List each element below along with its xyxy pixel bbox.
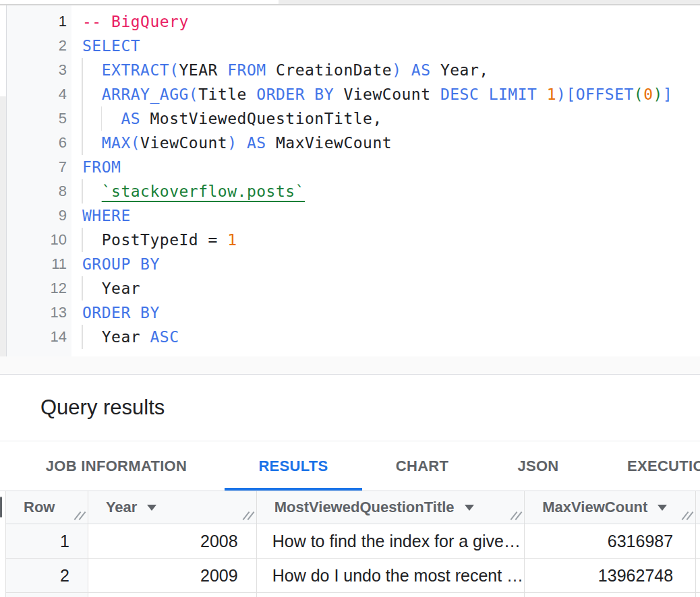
code-line-7[interactable]: FROM <box>71 155 700 179</box>
line-number: 12 <box>7 276 71 301</box>
table-cell: 2009 <box>88 559 257 592</box>
code-token: -- BigQuery <box>82 13 189 30</box>
column-resize-handle-icon[interactable] <box>680 511 694 522</box>
sort-arrow-icon[interactable] <box>465 505 474 511</box>
column-header-mostviewedquestiontitle[interactable]: MostViewedQuestionTitle <box>257 491 525 524</box>
editor-gutter: 1234567891011121314 <box>7 5 71 356</box>
sort-arrow-icon[interactable] <box>147 505 156 511</box>
code-token: FROM <box>227 61 276 79</box>
sort-arrow-icon[interactable] <box>658 505 667 511</box>
code-line-2[interactable]: SELECT <box>71 34 700 58</box>
indent-guide <box>82 58 83 82</box>
code-line-12[interactable]: Year <box>71 276 700 301</box>
code-line-4[interactable]: ARRAY_AGG(Title ORDER BY ViewCount DESC … <box>71 82 700 106</box>
code-token: `stackoverflow.posts` <box>102 183 305 200</box>
table-scrollbar-thumb[interactable] <box>0 497 2 517</box>
code-token: ) <box>653 86 663 103</box>
code-line-8[interactable]: `stackoverflow.posts` <box>71 179 700 203</box>
column-header-label: MostViewedQuestionTitle <box>274 499 455 516</box>
line-number: 4 <box>7 82 71 106</box>
tab-job-information[interactable]: JOB INFORMATION <box>24 441 208 491</box>
code-token: ORDER BY <box>256 86 343 103</box>
column-resize-handle-icon[interactable] <box>73 511 86 522</box>
table-row-partial <box>5 593 700 597</box>
indent-guide <box>82 179 83 203</box>
column-header-label: Row <box>24 499 55 516</box>
panel-resizer[interactable] <box>0 356 700 375</box>
column-resize-handle-icon[interactable] <box>241 511 255 522</box>
code-token: ARRAY_AGG( <box>102 86 198 103</box>
table-cell <box>88 593 257 597</box>
code-token: ASC <box>150 328 179 346</box>
sql-editor[interactable]: 1234567891011121314 -- BigQuerySELECT EX… <box>0 5 700 356</box>
code-token: ) AS <box>392 61 440 79</box>
line-number: 5 <box>7 106 71 131</box>
code-token: DESC LIMIT <box>440 86 547 103</box>
indent-guide <box>82 325 83 349</box>
active-tab-indicator <box>225 488 362 491</box>
code-token: FROM <box>82 158 121 176</box>
code-token: GROUP BY <box>82 255 160 273</box>
table-row: 22009How do I undo the most recent …1396… <box>5 559 700 593</box>
code-token: SELECT <box>82 37 140 55</box>
code-area[interactable]: -- BigQuerySELECT EXTRACT(YEAR FROM Crea… <box>71 5 700 356</box>
line-number: 14 <box>7 325 71 349</box>
code-line-10[interactable]: PostTypeId = 1 <box>71 228 700 252</box>
tab-json[interactable]: JSON <box>482 441 594 491</box>
code-token: ) AS <box>227 134 276 152</box>
tab-chart[interactable]: CHART <box>370 441 474 491</box>
column-header-label: MaxViewCount <box>542 499 647 516</box>
tab-execution-details[interactable]: EXECUTION DETAILS <box>602 441 700 491</box>
code-line-14[interactable]: Year ASC <box>71 325 700 349</box>
code-token: MostViewedQuestionTitle, <box>150 110 382 127</box>
code-line-6[interactable]: MAX(ViewCount) AS MaxViewCount <box>71 131 700 155</box>
line-number: 1 <box>7 9 71 34</box>
page-title: Query results <box>40 375 165 441</box>
line-number: 2 <box>7 34 71 58</box>
line-number: 10 <box>7 228 71 252</box>
editor-left-scrollbar-track <box>0 96 6 356</box>
table-cell: 1 <box>6 524 88 558</box>
code-token: ViewCount <box>343 86 440 103</box>
code-token: Title <box>198 86 256 103</box>
code-token: ( <box>634 86 643 103</box>
code-line-3[interactable]: EXTRACT(YEAR FROM CreationDate) AS Year, <box>71 58 700 82</box>
tab-results[interactable]: RESULTS <box>225 441 362 491</box>
table-cell: 13962748 <box>525 559 696 592</box>
code-line-13[interactable]: ORDER BY <box>71 301 700 325</box>
code-token: ViewCount <box>140 134 227 152</box>
line-number: 7 <box>7 155 71 179</box>
table-cell: 2 <box>6 559 88 592</box>
table-cell <box>257 593 525 597</box>
column-resize-handle-icon[interactable] <box>509 511 523 522</box>
column-header-year[interactable]: Year <box>88 491 257 524</box>
table-cell: 6316987 <box>525 524 696 558</box>
tab-label: JOB INFORMATION <box>46 458 187 475</box>
code-token: PostTypeId = <box>102 231 228 249</box>
editor-left-scrollbar[interactable] <box>0 5 7 356</box>
results-table: RowYearMostViewedQuestionTitleMaxViewCou… <box>5 491 700 597</box>
code-token: WHERE <box>82 207 131 224</box>
code-line-1[interactable]: -- BigQuery <box>71 9 700 34</box>
line-number: 3 <box>7 58 71 82</box>
code-line-9[interactable]: WHERE <box>71 203 700 228</box>
code-token: 0 <box>643 86 653 103</box>
table-cell <box>6 593 88 597</box>
table-cell <box>525 593 696 597</box>
column-header-maxviewcount[interactable]: MaxViewCount <box>525 491 696 524</box>
code-token: ORDER BY <box>82 304 160 321</box>
code-token: )[OFFSET <box>556 86 634 103</box>
column-header-row: Row <box>6 491 88 524</box>
code-token: YEAR <box>179 61 227 79</box>
table-cell <box>696 524 700 558</box>
line-number: 8 <box>7 179 71 203</box>
code-token: 1 <box>227 231 237 249</box>
code-line-11[interactable]: GROUP BY <box>71 252 700 276</box>
code-token: 1 <box>547 86 556 103</box>
line-number: 9 <box>7 203 71 228</box>
code-line-5[interactable]: AS MostViewedQuestionTitle, <box>71 106 700 131</box>
table-row: 12008How to find the index for a give…63… <box>5 524 700 559</box>
indent-guide <box>82 82 83 106</box>
column-header-partial <box>696 491 700 524</box>
code-token: MaxViewCount <box>276 134 392 152</box>
